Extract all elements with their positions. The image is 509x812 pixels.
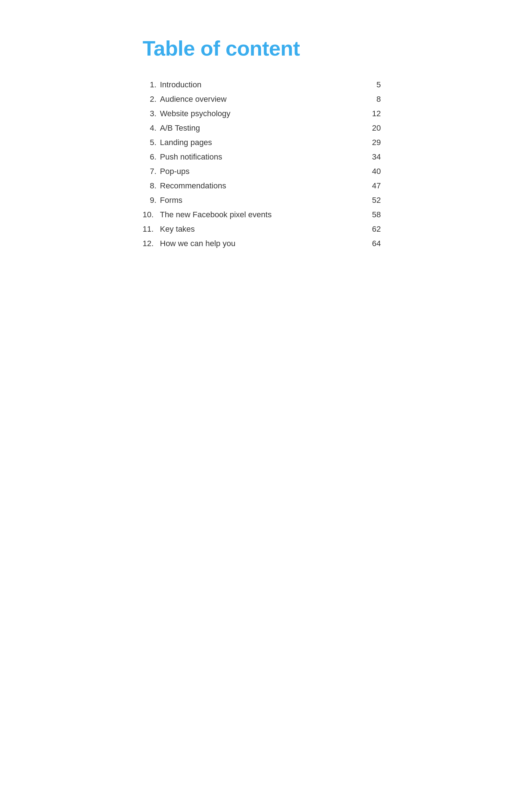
- page-container: Table of content 1. Introduction 5 2. Au…: [99, 0, 410, 812]
- toc-item-left: 2. Audience overview: [143, 95, 227, 104]
- toc-item: 2. Audience overview 8: [143, 92, 381, 106]
- toc-number: 11.: [143, 224, 160, 234]
- toc-number: 2.: [143, 95, 160, 104]
- toc-page: 40: [370, 167, 381, 176]
- toc-list: 1. Introduction 5 2. Audience overview 8…: [143, 78, 381, 251]
- toc-number: 8.: [143, 181, 160, 191]
- toc-number: 9.: [143, 196, 160, 205]
- toc-item: 4. A/B Testing 20: [143, 121, 381, 135]
- toc-item: 7. Pop-ups 40: [143, 164, 381, 179]
- toc-item: 8. Recommendations 47: [143, 179, 381, 193]
- toc-label: The new Facebook pixel events: [160, 210, 271, 219]
- toc-number: 5.: [143, 138, 160, 147]
- toc-number: 4.: [143, 123, 160, 133]
- toc-page: 20: [370, 123, 381, 133]
- toc-item-left: 1. Introduction: [143, 80, 201, 90]
- toc-page: 29: [370, 138, 381, 147]
- toc-page: 5: [370, 80, 381, 90]
- toc-page: 47: [370, 181, 381, 191]
- toc-label: Recommendations: [160, 181, 226, 191]
- page-title: Table of content: [143, 36, 381, 60]
- toc-item: 3. Website psychology 12: [143, 106, 381, 121]
- toc-item: 12. How we can help you 64: [143, 236, 381, 251]
- toc-item-left: 12. How we can help you: [143, 239, 235, 248]
- toc-item-left: 3. Website psychology: [143, 109, 230, 118]
- toc-page: 34: [370, 152, 381, 162]
- toc-item-left: 8. Recommendations: [143, 181, 226, 191]
- toc-item: 5. Landing pages 29: [143, 135, 381, 150]
- toc-item-left: 10. The new Facebook pixel events: [143, 210, 271, 219]
- toc-label: Introduction: [160, 80, 201, 90]
- toc-page: 12: [370, 109, 381, 118]
- toc-label: Pop-ups: [160, 167, 190, 176]
- toc-item: 6. Push notifications 34: [143, 150, 381, 164]
- toc-number: 12.: [143, 239, 160, 248]
- toc-label: Audience overview: [160, 95, 227, 104]
- toc-label: A/B Testing: [160, 123, 200, 133]
- toc-label: Landing pages: [160, 138, 212, 147]
- toc-item-left: 6. Push notifications: [143, 152, 222, 162]
- toc-item: 1. Introduction 5: [143, 78, 381, 92]
- toc-page: 58: [370, 210, 381, 219]
- toc-number: 3.: [143, 109, 160, 118]
- toc-number: 7.: [143, 167, 160, 176]
- toc-number: 1.: [143, 80, 160, 90]
- toc-item-left: 4. A/B Testing: [143, 123, 200, 133]
- toc-page: 52: [370, 196, 381, 205]
- toc-item-left: 11. Key takes: [143, 224, 195, 234]
- toc-label: Push notifications: [160, 152, 222, 162]
- toc-item: 9. Forms 52: [143, 193, 381, 208]
- toc-page: 62: [370, 224, 381, 234]
- toc-label: Forms: [160, 196, 182, 205]
- toc-number: 6.: [143, 152, 160, 162]
- toc-page: 64: [370, 239, 381, 248]
- toc-page: 8: [370, 95, 381, 104]
- toc-label: How we can help you: [160, 239, 235, 248]
- toc-item-left: 9. Forms: [143, 196, 182, 205]
- toc-item: 10. The new Facebook pixel events 58: [143, 208, 381, 222]
- toc-item-left: 7. Pop-ups: [143, 167, 190, 176]
- toc-number: 10.: [143, 210, 160, 219]
- toc-item: 11. Key takes 62: [143, 222, 381, 236]
- toc-label: Key takes: [160, 224, 195, 234]
- toc-label: Website psychology: [160, 109, 230, 118]
- toc-item-left: 5. Landing pages: [143, 138, 212, 147]
